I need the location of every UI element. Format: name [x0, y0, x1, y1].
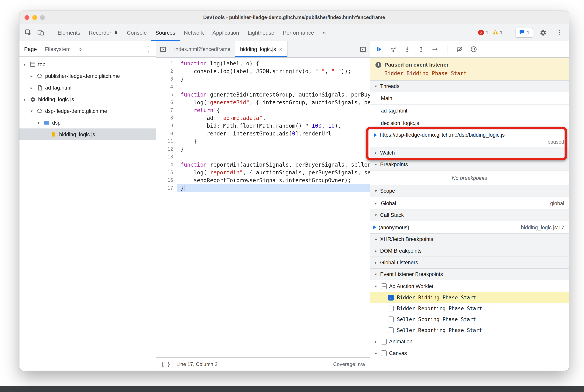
scope-global-row[interactable]: Global global: [370, 197, 569, 210]
checkbox-unchecked-icon[interactable]: [388, 327, 394, 333]
checkbox-unchecked-icon[interactable]: [388, 316, 394, 322]
line-number[interactable]: 13: [156, 153, 173, 161]
resume-icon[interactable]: [375, 45, 383, 54]
disclosure-open-icon[interactable]: [22, 97, 27, 102]
deactivate-breakpoints-icon[interactable]: [455, 45, 464, 54]
disclosure-closed-icon[interactable]: [29, 86, 34, 90]
code-line[interactable]: sendReportTo(browserSignals.interestGrou…: [177, 176, 370, 184]
code-line[interactable]: function reportWin(auctionSignals, perBu…: [177, 161, 370, 168]
code-line[interactable]: return {: [177, 106, 370, 114]
chevron-down-icon[interactable]: [373, 284, 379, 288]
line-number[interactable]: 7: [156, 106, 173, 114]
code-line[interactable]: log("reportWin", { auctionSignals, perBu…: [177, 168, 370, 176]
line-number[interactable]: 6: [156, 98, 173, 106]
tree-item-top[interactable]: top: [19, 58, 156, 70]
line-number[interactable]: 1: [156, 60, 173, 67]
checkbox-unchecked-icon[interactable]: [388, 306, 394, 311]
chevron-right-icon[interactable]: [373, 351, 379, 355]
sidebar-tab-filesystem[interactable]: Filesystem: [44, 46, 71, 52]
line-number[interactable]: 10: [156, 130, 173, 138]
chevron-right-icon[interactable]: [373, 201, 379, 205]
pretty-print-icon[interactable]: [161, 361, 170, 367]
tree-item-dsp[interactable]: dsp: [19, 117, 156, 128]
listener-group-ad-auction-worklet[interactable]: Ad Auction Worklet: [370, 280, 569, 292]
listener-group-animation[interactable]: Animation: [370, 336, 569, 347]
tab-network[interactable]: Network: [180, 24, 208, 41]
dom-breakpoints-section-header[interactable]: DOM Breakpoints: [370, 245, 569, 257]
line-number[interactable]: 17: [156, 184, 173, 192]
code-line[interactable]: function generateBid(interestGroup, auct…: [177, 91, 370, 98]
breakpoints-section-header[interactable]: Breakpoints: [370, 158, 569, 170]
pause-on-exceptions-icon[interactable]: [469, 45, 478, 54]
line-number[interactable]: 15: [156, 168, 173, 176]
listener-bidder-bidding-phase-start[interactable]: Bidder Bidding Phase Start: [370, 292, 569, 303]
warning-badge[interactable]: 1: [492, 29, 503, 36]
tab-elements[interactable]: Elements: [53, 24, 85, 41]
zoom-window-button[interactable]: [40, 15, 45, 20]
event-listener-breakpoints-section-header[interactable]: Event Listener Breakpoints: [370, 268, 569, 280]
line-number[interactable]: 14: [156, 161, 173, 168]
sidebar-kebab-icon[interactable]: [145, 45, 151, 52]
tab-application[interactable]: Application: [208, 24, 243, 41]
code-line[interactable]: bid: Math.floor(Math.random() * 100, 10)…: [177, 122, 370, 130]
code-line[interactable]: }: [177, 145, 370, 153]
checkbox-checked-icon[interactable]: [388, 294, 394, 300]
chevron-right-icon[interactable]: [373, 339, 379, 344]
tab-sources[interactable]: Sources: [151, 24, 180, 41]
code-line[interactable]: render: interestGroup.ads[0].renderUrl: [177, 130, 370, 138]
code-line[interactable]: }: [177, 138, 370, 145]
disclosure-open-icon[interactable]: [36, 120, 41, 125]
close-tab-icon[interactable]: [279, 46, 283, 52]
step-into-icon[interactable]: [403, 45, 411, 54]
disclosure-open-icon[interactable]: [29, 109, 34, 113]
tree-item-dsp-fledge-demo-glitch-me[interactable]: dsp-fledge-demo.glitch.me: [19, 105, 156, 117]
line-numbers-gutter[interactable]: 1234567891011121314151617: [156, 58, 177, 357]
editor-tab-index-html[interactable]: index.html?fencedframe: [170, 41, 235, 57]
line-number[interactable]: 4: [156, 83, 173, 91]
code-line[interactable]: function log(label, o) {: [177, 60, 370, 67]
xhr-breakpoints-section-header[interactable]: XHR/fetch Breakpoints: [370, 233, 569, 245]
code-line[interactable]: [177, 83, 370, 91]
line-number[interactable]: 8: [156, 114, 173, 122]
threads-section-header[interactable]: Threads: [370, 80, 569, 92]
line-number[interactable]: 5: [156, 91, 173, 98]
line-number[interactable]: 2: [156, 67, 173, 75]
step-out-icon[interactable]: [417, 45, 425, 54]
line-number[interactable]: 3: [156, 75, 173, 83]
issues-badge[interactable]: 1: [516, 28, 533, 38]
minimize-window-button[interactable]: [32, 15, 37, 20]
tree-item-ad-tag-html[interactable]: ad-tag.html: [19, 82, 156, 94]
code-line[interactable]: log("generateBid", { interestGroup, auct…: [177, 98, 370, 106]
listener-seller-reporting-phase-start[interactable]: Seller Reporting Phase Start: [370, 325, 569, 336]
listener-bidder-reporting-phase-start[interactable]: Bidder Reporting Phase Start: [370, 303, 569, 314]
thread-item-https-dsp-fledge-demo-glitch-me-dsp-bidding-logic-js[interactable]: https://dsp-fledge-demo.glitch.me/dsp/bi…: [370, 130, 569, 147]
code-line[interactable]: [177, 153, 370, 161]
code-line[interactable]: }: [177, 75, 370, 83]
device-toolbar-icon[interactable]: [34, 26, 47, 39]
tab-console[interactable]: Console: [122, 24, 151, 41]
tab-recorder[interactable]: Recorder: [85, 24, 122, 41]
tab-lighthouse[interactable]: Lighthouse: [243, 24, 279, 41]
more-panels-icon[interactable]: [318, 24, 330, 41]
line-number[interactable]: 9: [156, 122, 173, 130]
editor-tab-bidding-logic[interactable]: bidding_logic.js: [235, 41, 288, 57]
close-window-button[interactable]: [24, 15, 29, 20]
sidebar-more-tabs-icon[interactable]: [78, 46, 82, 52]
step-icon[interactable]: [431, 45, 439, 54]
thread-item-ad-tag-html[interactable]: ad-tag.html: [370, 105, 569, 117]
checkbox-unchecked-icon[interactable]: [381, 338, 387, 344]
kebab-menu-icon[interactable]: [553, 26, 566, 39]
listener-group-canvas[interactable]: Canvas: [370, 347, 569, 359]
tree-item-publisher-fledge-demo-glitch-me[interactable]: publisher-fledge-demo.glitch.me: [19, 70, 156, 82]
tree-item-bidding-logic-js[interactable]: bidding_logic.js: [19, 128, 156, 140]
scope-section-header[interactable]: Scope: [370, 185, 569, 197]
checkbox-unchecked-icon[interactable]: [381, 350, 387, 356]
error-badge[interactable]: 1: [478, 30, 489, 36]
line-number[interactable]: 12: [156, 145, 173, 153]
disclosure-closed-icon[interactable]: [29, 74, 34, 78]
code-editor[interactable]: 1234567891011121314151617 function log(l…: [156, 58, 370, 357]
global-listeners-section-header[interactable]: Global Listeners: [370, 256, 569, 268]
show-next-panel-icon[interactable]: [356, 41, 370, 57]
line-number[interactable]: 16: [156, 176, 173, 184]
tree-item-bidding-logic-js[interactable]: bidding_logic.js: [19, 94, 156, 105]
